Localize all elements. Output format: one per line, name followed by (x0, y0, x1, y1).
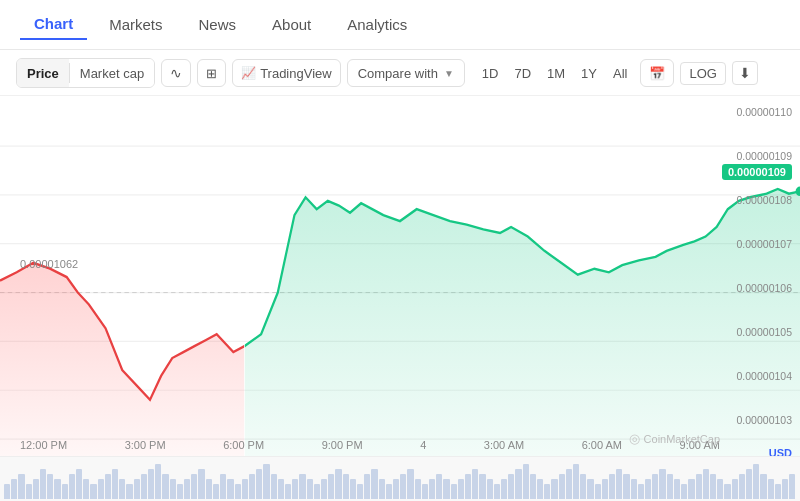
volume-bar (105, 474, 111, 499)
download-icon: ⬇ (739, 65, 751, 81)
volume-bar (645, 479, 651, 499)
volume-bar (134, 479, 140, 499)
line-icon: ∿ (170, 65, 182, 81)
volume-bar (732, 479, 738, 499)
volume-bar (141, 474, 147, 499)
volume-bar (429, 479, 435, 499)
tab-analytics[interactable]: Analytics (333, 10, 421, 39)
volume-bar (422, 484, 428, 499)
volume-bar (191, 474, 197, 499)
volume-bar (703, 469, 709, 499)
x-label-1: 3:00 PM (125, 439, 166, 451)
calendar-button[interactable]: 📅 (640, 59, 674, 87)
volume-bar (321, 479, 327, 499)
volume-bar (112, 469, 118, 499)
volume-bar (602, 479, 608, 499)
volume-bar (119, 479, 125, 499)
volume-bar (90, 484, 96, 499)
tab-news[interactable]: News (185, 10, 251, 39)
volume-bar (623, 474, 629, 499)
volume-bar (177, 484, 183, 499)
compare-label: Compare with (358, 66, 438, 81)
line-chart-button[interactable]: ∿ (161, 59, 191, 87)
time-7d[interactable]: 7D (507, 63, 538, 84)
volume-bar (242, 479, 248, 499)
compare-button[interactable]: Compare with ▼ (347, 59, 465, 87)
tab-about[interactable]: About (258, 10, 325, 39)
volume-bar (537, 479, 543, 499)
volume-bar (170, 479, 176, 499)
volume-bar (551, 479, 557, 499)
volume-bar (357, 484, 363, 499)
volume-bar (4, 484, 10, 499)
time-range-group: 1D 7D 1M 1Y All (475, 63, 635, 84)
volume-bar (458, 479, 464, 499)
volume-bar (76, 469, 82, 499)
x-axis: 12:00 PM 3:00 PM 6:00 PM 9:00 PM 4 3:00 … (20, 439, 720, 451)
log-button[interactable]: LOG (680, 62, 725, 85)
volume-bar (11, 479, 17, 499)
x-label-4: 4 (420, 439, 426, 451)
volume-bar (379, 479, 385, 499)
volume-bar (760, 474, 766, 499)
volume-bar (631, 479, 637, 499)
volume-bar (566, 469, 572, 499)
volume-bar (343, 474, 349, 499)
volume-bar (595, 484, 601, 499)
volume-bar (220, 474, 226, 499)
volume-bar (148, 469, 154, 499)
volume-bar (371, 469, 377, 499)
x-label-3: 9:00 PM (322, 439, 363, 451)
volume-bar (580, 474, 586, 499)
time-all[interactable]: All (606, 63, 634, 84)
volume-bar (739, 474, 745, 499)
volume-bar (674, 479, 680, 499)
tab-chart[interactable]: Chart (20, 9, 87, 40)
volume-bar (271, 474, 277, 499)
marketcap-button[interactable]: Market cap (70, 59, 154, 87)
volume-bar (724, 484, 730, 499)
time-1d[interactable]: 1D (475, 63, 506, 84)
volume-bar (314, 484, 320, 499)
tab-markets[interactable]: Markets (95, 10, 176, 39)
volume-bar (328, 474, 334, 499)
volume-bar (487, 479, 493, 499)
chart-area: 0.00001062 0.00000110 0.00000109 0.00000… (0, 96, 800, 501)
volume-bar (235, 484, 241, 499)
volume-bar (198, 469, 204, 499)
volume-bar (443, 479, 449, 499)
volume-bar (746, 469, 752, 499)
current-price-badge: 0.00000109 (722, 164, 792, 180)
tradingview-icon: 📈 (241, 66, 256, 80)
candle-chart-button[interactable]: ⊞ (197, 59, 226, 87)
cmc-icon: ◎ (629, 431, 640, 446)
price-button[interactable]: Price (17, 59, 69, 87)
volume-bar (206, 479, 212, 499)
volume-bar (710, 474, 716, 499)
volume-bar (479, 474, 485, 499)
volume-bar (40, 469, 46, 499)
time-1m[interactable]: 1M (540, 63, 572, 84)
x-label-5: 3:00 AM (484, 439, 524, 451)
chevron-down-icon: ▼ (444, 68, 454, 79)
chart-toolbar: Price Market cap ∿ ⊞ 📈 TradingView Compa… (0, 50, 800, 96)
volume-bar (681, 484, 687, 499)
volume-bar (573, 464, 579, 499)
download-button[interactable]: ⬇ (732, 61, 758, 85)
volume-bar (768, 479, 774, 499)
volume-bar (544, 484, 550, 499)
volume-bar (407, 469, 413, 499)
volume-bar (523, 464, 529, 499)
volume-bar (184, 479, 190, 499)
tradingview-button[interactable]: 📈 TradingView (232, 59, 341, 87)
volume-bar (515, 469, 521, 499)
volume-bar (26, 484, 32, 499)
volume-bar (688, 479, 694, 499)
volume-bar (451, 484, 457, 499)
volume-bar (126, 484, 132, 499)
time-1y[interactable]: 1Y (574, 63, 604, 84)
volume-bar (775, 484, 781, 499)
volume-bar (782, 479, 788, 499)
x-label-6: 6:00 AM (582, 439, 622, 451)
volume-bar (227, 479, 233, 499)
